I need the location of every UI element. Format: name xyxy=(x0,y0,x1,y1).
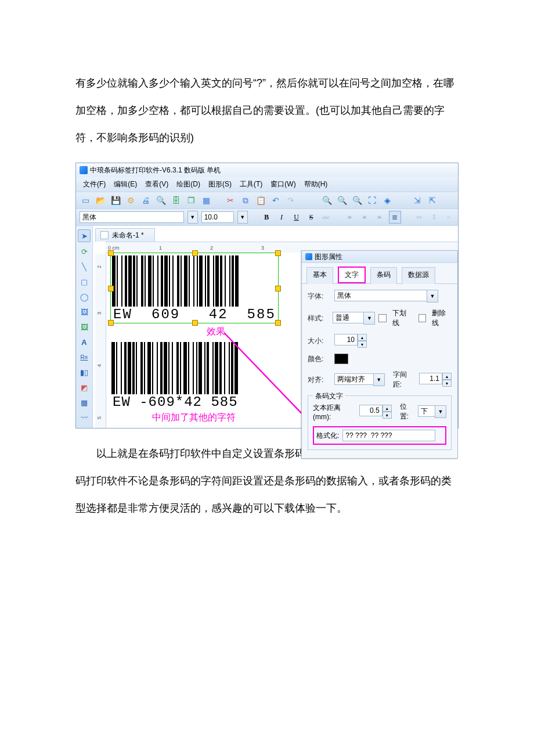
resize-handle-icon[interactable] xyxy=(192,250,198,256)
spin-up-icon[interactable]: ▲ xyxy=(442,373,452,380)
rotate-tool-icon[interactable]: ⟳ xyxy=(78,246,90,257)
pos-combo[interactable] xyxy=(418,405,435,417)
align-right-button[interactable]: ≡ xyxy=(374,211,385,223)
settings-icon[interactable]: ⚙ xyxy=(125,195,136,206)
tab-datasource[interactable]: 数据源 xyxy=(402,267,435,284)
barcode-bars xyxy=(111,253,278,307)
hspace-button[interactable]: ⇔ xyxy=(413,211,425,223)
bold-button[interactable]: B xyxy=(261,211,272,223)
save-icon[interactable]: 💾 xyxy=(110,195,121,206)
tab-barcode[interactable]: 条码 xyxy=(370,267,397,284)
zoom-out-icon[interactable]: 🔍 xyxy=(336,195,348,206)
underline-button[interactable]: U xyxy=(291,211,302,223)
format-input[interactable] xyxy=(342,430,435,441)
align-icon-1[interactable]: ⇲ xyxy=(412,195,423,206)
resize-handle-icon[interactable] xyxy=(108,320,114,326)
resize-handle-icon[interactable] xyxy=(275,250,281,256)
new-icon[interactable]: ▭ xyxy=(80,195,91,206)
richtext-tool-icon[interactable]: R≡ xyxy=(78,351,90,363)
menu-window[interactable]: 窗口(W) xyxy=(267,178,299,190)
resize-handle-icon[interactable] xyxy=(275,320,281,326)
font-size-dropdown-icon[interactable]: ▼ xyxy=(237,211,248,224)
properties-tabs: 基本 文字 条码 数据源 xyxy=(302,263,457,283)
lineheight-button[interactable]: ≡ xyxy=(443,211,454,223)
pointer-tool-icon[interactable]: ➤ xyxy=(78,229,91,242)
align-combo[interactable] xyxy=(334,373,373,385)
rounded-rect-tool-icon[interactable]: ▢ xyxy=(78,276,90,287)
resize-handle-icon[interactable] xyxy=(108,286,114,291)
tab-text[interactable]: 文字 xyxy=(338,267,366,283)
align-icon-2[interactable]: ⇱ xyxy=(427,195,438,206)
app-window: 中琅条码标签打印软件-V6.3.1 数码版 单机 文件(F) 编辑(E) 查看(… xyxy=(75,163,459,429)
print-icon[interactable]: 🖨 xyxy=(140,195,151,206)
picture-tool-icon[interactable]: 🖼 xyxy=(78,321,90,333)
abc-button[interactable]: abc xyxy=(320,211,332,223)
fit-page-icon[interactable]: ◈ xyxy=(381,195,393,206)
spin-down-icon[interactable]: ▼ xyxy=(358,341,367,348)
resize-handle-icon[interactable] xyxy=(192,320,198,326)
font-size-input[interactable] xyxy=(201,211,234,223)
line-tool-icon[interactable]: ╲ xyxy=(78,261,90,272)
menu-tool[interactable]: 工具(T) xyxy=(236,178,266,190)
menu-shape[interactable]: 图形(S) xyxy=(205,178,235,190)
font-name-input[interactable] xyxy=(80,211,184,223)
qrcode-tool-icon[interactable]: ◩ xyxy=(78,381,90,393)
database-icon[interactable]: 🗄 xyxy=(170,195,182,206)
cut-icon[interactable]: ✂ xyxy=(225,195,236,206)
font-combo[interactable] xyxy=(334,290,427,301)
textdist-input[interactable] xyxy=(359,405,383,416)
spin-up-icon[interactable]: ▲ xyxy=(383,405,392,412)
style-dropdown-icon[interactable]: ▼ xyxy=(363,312,375,325)
copy-icon[interactable]: ⧉ xyxy=(240,195,251,206)
spin-down-icon[interactable]: ▼ xyxy=(442,380,452,387)
menu-view[interactable]: 查看(V) xyxy=(142,178,172,190)
menu-help[interactable]: 帮助(H) xyxy=(301,178,331,190)
resize-handle-icon[interactable] xyxy=(108,250,114,256)
strike-button[interactable]: S xyxy=(305,211,317,223)
spin-down-icon[interactable]: ▼ xyxy=(383,412,392,419)
italic-button[interactable]: I xyxy=(276,211,287,223)
align-center-button[interactable]: ≡ xyxy=(359,211,370,223)
paste-icon[interactable]: 📋 xyxy=(255,195,266,206)
pos-dropdown-icon[interactable]: ▼ xyxy=(435,405,446,418)
redo-icon[interactable]: ↷ xyxy=(285,195,297,206)
table-tool-icon[interactable]: ▦ xyxy=(78,397,90,408)
size-input[interactable] xyxy=(334,334,358,345)
align-left-button[interactable]: ≡ xyxy=(344,211,356,223)
pos-label: 位置: xyxy=(400,402,414,422)
curve-tool-icon[interactable]: 〰 xyxy=(78,412,90,423)
underline-checkbox[interactable] xyxy=(378,314,386,322)
undo-icon[interactable]: ↶ xyxy=(270,195,282,206)
align-justify-button[interactable]: ≣ xyxy=(389,211,402,224)
text-tool-icon[interactable]: A xyxy=(78,336,90,348)
format-label: 格式化: xyxy=(316,431,339,441)
layers-icon[interactable]: ❐ xyxy=(185,195,197,206)
strike-checkbox[interactable] xyxy=(418,314,426,322)
fullscreen-icon[interactable]: ⛶ xyxy=(366,195,378,206)
align-dropdown-icon[interactable]: ▼ xyxy=(373,373,385,386)
document-tab[interactable]: 未命名-1 * xyxy=(95,228,155,242)
barcode-object-1[interactable]: EW 609 42 585 xyxy=(110,253,279,323)
ruler-v-tick: 4 xyxy=(96,364,102,367)
menu-edit[interactable]: 编辑(E) xyxy=(110,178,140,190)
ruler-h-tick: 2 xyxy=(210,245,213,251)
ellipse-tool-icon[interactable]: ◯ xyxy=(78,291,90,303)
zoom-in-icon[interactable]: 🔍 xyxy=(321,195,333,206)
spin-up-icon[interactable]: ▲ xyxy=(358,334,367,341)
grid-icon[interactable]: ▦ xyxy=(200,195,212,206)
menu-file[interactable]: 文件(F) xyxy=(80,178,109,190)
spacing-input[interactable] xyxy=(419,373,442,384)
zoom-fit-icon[interactable]: 🔍 xyxy=(351,195,363,206)
menu-draw[interactable]: 绘图(D) xyxy=(173,178,204,190)
vspace-button[interactable]: ⇕ xyxy=(428,211,440,223)
resize-handle-icon[interactable] xyxy=(275,286,281,291)
color-swatch[interactable] xyxy=(334,354,348,364)
font-dropdown-icon[interactable]: ▼ xyxy=(427,290,438,303)
preview-icon[interactable]: 🔍 xyxy=(155,195,167,206)
image-tool-icon[interactable]: 🖼 xyxy=(78,306,90,318)
open-icon[interactable]: 📂 xyxy=(95,195,106,206)
barcode-tool-icon[interactable]: ▮▯ xyxy=(78,366,90,378)
style-combo[interactable] xyxy=(333,312,363,323)
tab-basic[interactable]: 基本 xyxy=(306,267,333,284)
font-name-dropdown-icon[interactable]: ▼ xyxy=(187,211,198,224)
